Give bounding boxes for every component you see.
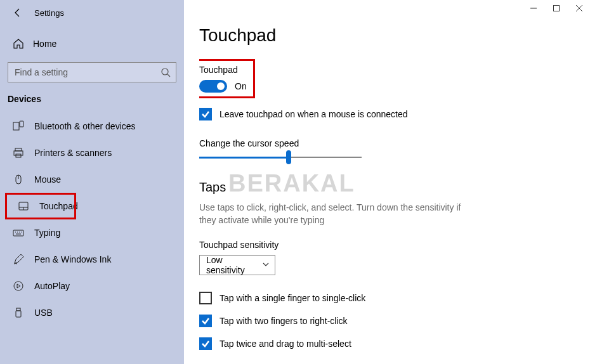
titlebar: Settings xyxy=(0,0,184,25)
sidebar: Settings Home Devices Bluetooth & other … xyxy=(0,0,184,364)
keyboard-icon xyxy=(13,227,24,238)
pen-icon xyxy=(13,254,24,265)
close-icon[interactable] xyxy=(575,4,584,13)
svg-rect-19 xyxy=(16,308,20,311)
svg-point-18 xyxy=(14,282,23,290)
sidebar-item-pen[interactable]: Pen & Windows Ink xyxy=(0,246,184,273)
devices-icon xyxy=(13,120,24,132)
touchpad-icon xyxy=(18,200,29,212)
main-content: Touchpad Touchpad On Leave touchpad on w… xyxy=(184,0,590,364)
minimize-icon[interactable] xyxy=(529,4,538,13)
nav-label: Bluetooth & other devices xyxy=(34,121,136,131)
leave-on-mouse-label: Leave touchpad on when a mouse is connec… xyxy=(220,109,408,119)
toggle-knob xyxy=(217,82,225,90)
svg-rect-3 xyxy=(20,121,23,127)
sensitivity-dropdown[interactable]: Low sensitivity xyxy=(199,255,275,275)
nav-label: Mouse xyxy=(34,174,61,185)
app-title: Settings xyxy=(34,8,64,18)
tap-single-label: Tap with a single finger to single-click xyxy=(220,293,365,303)
nav-label: Pen & Windows Ink xyxy=(34,254,111,264)
touchpad-toggle[interactable] xyxy=(199,80,227,93)
tap-two-checkbox[interactable] xyxy=(199,315,212,327)
sidebar-item-touchpad[interactable]: Touchpad xyxy=(5,193,76,219)
svg-rect-22 xyxy=(554,6,560,11)
chevron-down-icon xyxy=(262,260,270,270)
nav-label: USB xyxy=(34,308,53,318)
autoplay-icon xyxy=(13,280,24,292)
printer-icon xyxy=(13,147,24,159)
svg-point-0 xyxy=(162,68,168,75)
svg-rect-20 xyxy=(16,311,21,317)
toggle-state-label: On xyxy=(235,81,247,91)
mouse-icon xyxy=(13,174,24,185)
nav-label: Typing xyxy=(34,228,60,238)
back-icon[interactable] xyxy=(13,8,23,18)
search-input[interactable] xyxy=(13,67,161,78)
search-icon xyxy=(161,67,171,77)
sidebar-item-autoplay[interactable]: AutoPlay xyxy=(0,273,184,299)
sidebar-item-usb[interactable]: USB xyxy=(0,299,184,326)
touchpad-toggle-label: Touchpad xyxy=(199,65,247,75)
cursor-speed-slider[interactable] xyxy=(199,156,362,159)
slider-thumb[interactable] xyxy=(286,150,291,164)
leave-on-mouse-checkbox[interactable] xyxy=(199,108,212,120)
svg-rect-4 xyxy=(15,148,22,151)
home-label: Home xyxy=(33,39,56,49)
sensitivity-value: Low sensitivity xyxy=(206,255,262,275)
taps-description: Use taps to click, right-click, and sele… xyxy=(199,201,478,227)
nav-list: Bluetooth & other devices Printers & sca… xyxy=(0,113,184,326)
nav-label: Touchpad xyxy=(39,201,78,211)
cursor-speed-label: Change the cursor speed xyxy=(199,138,590,148)
svg-rect-12 xyxy=(13,230,23,236)
sensitivity-label: Touchpad sensitivity xyxy=(199,240,590,250)
touchpad-toggle-block: Touchpad On xyxy=(199,61,253,96)
maximize-icon[interactable] xyxy=(552,4,561,13)
sidebar-item-bluetooth[interactable]: Bluetooth & other devices xyxy=(0,113,184,140)
sidebar-section-header: Devices xyxy=(0,82,184,109)
svg-line-1 xyxy=(167,74,170,77)
taps-heading: Taps xyxy=(199,180,590,195)
sidebar-item-mouse[interactable]: Mouse xyxy=(0,166,184,193)
sidebar-item-printers[interactable]: Printers & scanners xyxy=(0,140,184,166)
home-icon xyxy=(13,38,24,49)
usb-icon xyxy=(13,307,24,318)
svg-rect-5 xyxy=(14,151,23,155)
nav-label: Printers & scanners xyxy=(34,148,112,158)
page-title: Touchpad xyxy=(199,25,590,46)
tap-drag-checkbox[interactable] xyxy=(199,337,212,350)
tap-single-checkbox[interactable] xyxy=(199,292,212,304)
tap-drag-label: Tap twice and drag to multi-select xyxy=(220,339,351,349)
sidebar-item-home[interactable]: Home xyxy=(0,32,184,56)
sidebar-item-typing[interactable]: Typing xyxy=(0,219,184,246)
svg-rect-2 xyxy=(13,122,19,130)
search-box[interactable] xyxy=(8,62,176,82)
nav-label: AutoPlay xyxy=(34,281,70,291)
slider-fill xyxy=(199,157,289,159)
tap-two-label: Tap with two fingers to right-click xyxy=(220,316,348,326)
window-controls xyxy=(529,4,584,13)
